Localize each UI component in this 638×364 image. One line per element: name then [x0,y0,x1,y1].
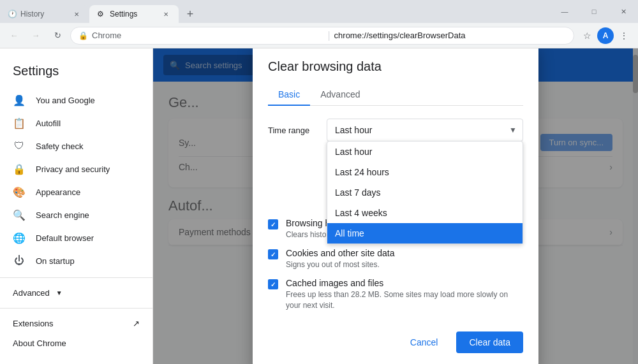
tab-basic[interactable]: Basic [268,84,310,106]
cached-images-checkbox[interactable] [268,279,278,289]
cancel-button[interactable]: Cancel [397,331,452,353]
settings-page-title: Settings [0,59,152,89]
cookies-content: Cookies and other site data Signs you ou… [286,248,523,270]
history-tab-close[interactable]: ✕ [71,9,82,19]
modal-tabs: Basic Advanced [268,84,523,106]
time-range-label: Time range [268,126,319,135]
time-range-select-wrapper: Last hour ▼ Last hour Last 24 hours Last… [327,119,523,142]
time-range-select[interactable]: Last hour [327,119,523,142]
omnibox-origin: Chrome [92,31,323,40]
sidebar-item-on-startup-label: On startup [36,256,75,266]
history-tab-title: History [20,10,68,18]
appearance-icon: 🎨 [13,186,26,198]
sidebar-item-appearance[interactable]: 🎨 Appearance [0,180,152,203]
sidebar-item-autofill[interactable]: 📋 Autofill [0,112,152,135]
address-bar: ← → ↻ 🔒 Chrome | chrome://settings/clear… [0,23,638,48]
omnibox[interactable]: 🔒 Chrome | chrome://settings/clearBrowse… [70,27,574,45]
history-tab-favicon: 🕐 [8,10,17,18]
autofill-icon: 📋 [13,117,26,129]
option-last-7-days[interactable]: Last 7 days [327,182,523,203]
tab-bar: 🕐 History ✕ ⚙ Settings ✕ + [0,0,199,23]
sidebar-item-safety-check-label: Safety check [36,142,83,151]
lock-sidebar-icon: 🔒 [13,163,26,175]
cached-images-label: Cached images and files [286,278,523,288]
minimize-button[interactable]: — [550,0,579,23]
option-last-24-hours[interactable]: Last 24 hours [327,162,523,182]
sidebar-item-privacy-security-label: Privacy and security [36,164,110,174]
bookmark-star-button[interactable]: ☆ [578,27,596,45]
sidebar-item-on-startup[interactable]: ⏻ On startup [0,249,152,272]
cookies-label: Cookies and other site data [286,248,523,258]
modal-title: Clear browsing data [268,59,523,74]
sidebar-item-you-google[interactable]: 👤 You and Google [0,89,152,112]
sidebar-item-extensions[interactable]: Extensions ↗ [0,314,152,333]
option-all-time[interactable]: All time [327,223,523,244]
clear-data-button[interactable]: Clear data [456,331,523,353]
cached-images-content: Cached images and files Frees up less th… [286,278,523,311]
search-sidebar-icon: 🔍 [13,208,26,221]
sidebar-item-about-chrome[interactable]: About Chrome [0,333,152,353]
back-button[interactable]: ← [5,27,23,45]
sidebar-advanced[interactable]: Advanced ▼ [0,283,152,303]
settings-sidebar: Settings 👤 You and Google 📋 Autofill 🛡 S… [0,48,153,364]
sidebar-item-you-google-label: You and Google [36,96,95,105]
chrome-menu-button[interactable]: ⋮ [615,27,633,45]
browsing-history-checkbox[interactable] [268,219,278,229]
omnibox-url: chrome://settings/clearBrowserData [334,31,566,40]
sidebar-item-safety-check[interactable]: 🛡 Safety check [0,135,152,157]
shield-icon: 🛡 [13,140,26,152]
checkbox-row-cached-images: Cached images and files Frees up less th… [268,278,523,311]
advanced-label: Advanced [13,288,50,298]
sidebar-item-default-browser[interactable]: 🌐 Default browser [0,226,152,249]
sidebar-item-appearance-label: Appearance [36,187,80,197]
omnibox-separator: | [327,30,330,41]
sidebar-item-autofill-label: Autofill [36,119,61,128]
external-link-icon: ↗ [133,319,140,328]
sidebar-divider [0,277,152,278]
sidebar-item-privacy-security[interactable]: 🔒 Privacy and security [0,157,152,180]
settings-tab-close[interactable]: ✕ [161,9,171,19]
settings-main: 🔍 Search settings Ge... Sy... Turn on sy… [153,48,638,364]
sidebar-item-search-engine[interactable]: 🔍 Search engine [0,203,152,226]
clear-browsing-data-modal: Clear browsing data Basic Advanced Time … [253,48,538,364]
lock-icon: 🔒 [78,31,88,40]
title-bar: 🕐 History ✕ ⚙ Settings ✕ + — □ ✕ [0,0,638,23]
window-controls: — □ ✕ [550,0,638,23]
modal-backdrop: Clear browsing data Basic Advanced Time … [153,48,638,364]
cached-images-desc: Frees up less than 28.2 MB. Some sites m… [286,289,523,311]
advanced-arrow-icon: ▼ [56,289,63,296]
tab-settings[interactable]: ⚙ Settings ✕ [89,5,179,23]
option-last-4-weeks[interactable]: Last 4 weeks [327,203,523,223]
modal-footer: Cancel Clear data [268,326,523,353]
option-last-hour[interactable]: Last hour [327,142,523,162]
profile-avatar[interactable]: A [597,27,614,44]
refresh-button[interactable]: ↻ [48,27,66,45]
power-icon: ⏻ [13,254,26,267]
browser-icon: 🌐 [13,231,26,244]
cookies-checkbox[interactable] [268,249,278,259]
sidebar-divider-2 [0,308,152,309]
forward-button[interactable]: → [27,27,45,45]
maximize-button[interactable]: □ [579,0,609,23]
checkbox-row-cookies: Cookies and other site data Signs you ou… [268,248,523,270]
extensions-label: Extensions [13,319,54,328]
sidebar-item-search-engine-label: Search engine [36,210,89,220]
time-range-dropdown: Last hour Last 24 hours Last 7 days Last… [327,141,523,244]
browser-content: Settings 👤 You and Google 📋 Autofill 🛡 S… [0,48,638,364]
person-icon: 👤 [13,94,26,106]
close-button[interactable]: ✕ [609,0,638,23]
sidebar-item-default-browser-label: Default browser [36,233,94,243]
about-chrome-label: About Chrome [13,339,66,348]
new-tab-button[interactable]: + [181,5,199,23]
settings-tab-title: Settings [110,10,157,18]
cookies-desc: Signs you out of most sites. [286,259,523,270]
tab-history[interactable]: 🕐 History ✕ [0,5,89,23]
settings-tab-favicon: ⚙ [97,10,106,18]
time-range-row: Time range Last hour ▼ Last hour Last 24… [268,119,523,142]
tab-advanced[interactable]: Advanced [310,84,370,106]
address-bar-right: ☆ A ⋮ [578,27,633,45]
